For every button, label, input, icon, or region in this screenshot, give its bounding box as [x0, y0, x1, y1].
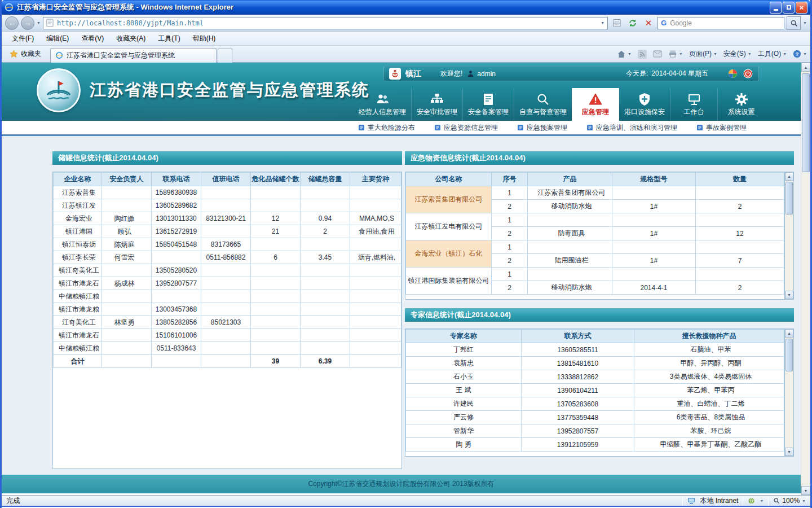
page-scrollbar[interactable]: ▲ ▼ [801, 63, 810, 495]
search-button[interactable] [787, 16, 801, 30]
tools-menu-label: 工具(O) [758, 49, 781, 59]
menu-view[interactable]: 查看(V) [76, 32, 109, 45]
table-row[interactable]: 镇江李长荣何雪宏0511-85688263.45沥青,燃料油, [54, 251, 401, 264]
refresh-button[interactable] [626, 16, 639, 30]
minimize-button[interactable] [770, 2, 782, 14]
tools-menu-button[interactable]: 工具(O) ▼ [758, 49, 787, 59]
scroll-thumb[interactable] [785, 182, 793, 214]
nav-system-settings[interactable]: 系统设置 [717, 88, 765, 121]
nav-emergency-management[interactable]: 应急管理 [572, 88, 619, 121]
safety-menu-button[interactable]: 安全(S) ▼ [723, 49, 752, 59]
page-menu-label: 页面(P) [689, 49, 712, 59]
table-row[interactable]: 镇江港国顾弘13615272919212食用油,食用 [54, 225, 401, 238]
table-row[interactable]: 镇江奇美化工13505280520 [54, 264, 401, 277]
scroll-thumb[interactable] [802, 73, 810, 172]
home-button[interactable]: ▼ [617, 50, 632, 59]
table-row[interactable]: 镇江恒泰沥陈炳庭1585045154883173665 [54, 238, 401, 251]
mode-caret-icon[interactable]: ▼ [760, 499, 764, 503]
address-dropdown-caret-icon[interactable]: ▼ [601, 21, 604, 25]
table-row[interactable]: 江苏镇江发13605289682 [54, 199, 401, 212]
table-row[interactable]: 王 斌13906104211苯乙烯、甲苯丙 [406, 384, 784, 397]
feeds-button[interactable] [638, 50, 647, 59]
menu-help[interactable]: 帮助(H) [187, 32, 222, 45]
table-row[interactable]: 江苏索普集团有限公司1江苏索普集团有限公司 [406, 186, 784, 200]
scroll-down-icon[interactable]: ▼ [785, 291, 793, 299]
table-cell: 移动消防水炮 [528, 200, 612, 213]
nav-port-security[interactable]: 港口设施保安 [619, 88, 670, 121]
table-row[interactable]: 管新华13952807557苯胺、环己烷 [406, 424, 784, 438]
table-cell: 甲醇、异丙醇、丙酮 [634, 357, 784, 370]
nav-self-inspection[interactable]: 自查与督查管理 [514, 88, 572, 121]
address-field[interactable]: http://localhost:8080/yjpt/Main.html ▼ [43, 17, 608, 29]
mail-button[interactable] [653, 50, 662, 58]
submenu-emergency-plans[interactable]: 应急预案管理 [517, 123, 567, 133]
help-button[interactable]: ? ▼ [793, 50, 807, 58]
scroll-down-icon[interactable]: ▼ [785, 448, 793, 456]
nav-operator-info[interactable]: 经营人信息管理 [354, 88, 411, 121]
experts-scrollbar[interactable]: ▲ ▼ [784, 329, 793, 456]
submenu-accident-cases[interactable]: 事故案例管理 [696, 123, 747, 133]
table-cell: 13338812862 [522, 370, 634, 384]
table-row[interactable]: 江苏索普集15896380938 [54, 186, 401, 199]
table-row[interactable]: 严云修137753594486类毒害品、8类腐蚀品 [406, 411, 784, 424]
table-cell [251, 199, 301, 212]
favorites-button[interactable]: 收藏夹 [5, 47, 46, 60]
table-row[interactable]: 镇江市港龙粮13003457368 [54, 303, 401, 316]
scroll-up-icon[interactable]: ▲ [801, 63, 810, 72]
table-cell: 江苏索普集团有限公司 [528, 186, 612, 200]
zoom-control[interactable]: 100% ▼ [773, 497, 806, 505]
supplies-scrollbar[interactable]: ▲ ▼ [784, 172, 793, 299]
table-row[interactable]: 陶 勇13912105959甲缩醛、甲基异丁基酮、乙酸乙酯 [406, 438, 784, 452]
table-row[interactable]: 中储粮镇江粮0511-833643 [54, 342, 401, 355]
back-button[interactable]: ← [5, 16, 19, 30]
table-row[interactable]: 袁新忠13815481610甲醇、异丙醇、丙酮 [406, 357, 784, 370]
table-row[interactable]: 中储粮镇江粮 [54, 290, 401, 303]
restore-button[interactable] [783, 2, 795, 14]
scroll-up-icon[interactable]: ▲ [785, 329, 793, 338]
forward-button[interactable]: → [21, 16, 34, 30]
table-row[interactable]: 江苏镇江发电有限公司1 [406, 213, 784, 227]
submenu-hazard-distribution[interactable]: 重大危险源分布 [358, 123, 415, 133]
history-caret-icon[interactable]: ▼ [37, 21, 41, 25]
submenu-training-drills[interactable]: 应急培训、演练和演习管理 [586, 123, 677, 133]
menu-favorites[interactable]: 收藏夹(A) [111, 32, 151, 45]
close-button[interactable]: × [796, 2, 807, 14]
page-menu-button[interactable]: 页面(P) ▼ [689, 49, 717, 59]
table-row[interactable]: 镇江港国际集装箱有限公司1 [406, 268, 784, 281]
menu-tools[interactable]: 工具(T) [152, 32, 186, 45]
print-button[interactable]: ▼ [668, 50, 683, 58]
submenu-emergency-resources[interactable]: 应急资源信息管理 [434, 123, 498, 133]
menu-edit[interactable]: 编辑(E) [41, 32, 74, 45]
search-box[interactable]: G Google [657, 17, 784, 29]
table-row[interactable]: 镇江市港龙石杨成林13952807577 [54, 277, 401, 290]
scroll-thumb[interactable] [785, 339, 793, 371]
nav-safety-record[interactable]: 安全备案管理 [462, 88, 514, 121]
table-cell [301, 329, 350, 342]
scroll-up-icon[interactable]: ▲ [785, 172, 793, 181]
table-cell [201, 199, 251, 212]
table-row[interactable]: 江奇美化工林坚勇1380528285685021303 [54, 316, 401, 329]
table-row[interactable]: 石小玉133388128623类易燃液体、4类易燃固体 [406, 370, 784, 384]
logout-icon[interactable] [743, 68, 753, 79]
table-row[interactable]: 金海宏业（镇江）石化1 [406, 240, 784, 254]
stop-button[interactable]: ✕ [642, 16, 655, 30]
compatibility-view-button[interactable] [610, 16, 624, 30]
table-row[interactable]: 许建民13705283608重油、白蜡油、丁二烯 [406, 397, 784, 411]
nav-safety-approval[interactable]: 安全审批管理 [411, 88, 462, 121]
nav-workbench[interactable]: 工作台 [670, 88, 717, 121]
scroll-down-icon[interactable]: ▼ [801, 486, 810, 495]
menu-file[interactable]: 文件(F) [6, 32, 39, 45]
browser-viewport: 江苏省港口安全监管与应急管理系统 镇江 欢迎您! admin [2, 63, 810, 495]
tab-active[interactable]: 江苏省港口安全监管与应急管理系统 [50, 48, 217, 63]
tab-new-stub[interactable] [218, 48, 232, 63]
table-row[interactable]: 金海宏业陶红皦1301301133083121300-21120.94MMA,M… [54, 212, 401, 225]
table-row[interactable]: 丁邦红13605285511石脑油、甲苯 [406, 343, 784, 357]
search-options-caret-icon[interactable]: ▼ [803, 21, 807, 25]
home-caret-icon: ▼ [628, 52, 632, 56]
page-mode-icon[interactable] [748, 497, 755, 505]
experts-panel: 专家信息统计(截止2014.04.04) 专家名称联系方式擅长救援物种产品 丁邦… [405, 308, 794, 457]
table-cell [102, 329, 152, 342]
experts-table: 专家名称联系方式擅长救援物种产品 丁邦红13605285511石脑油、甲苯袁新忠… [405, 329, 784, 452]
table-row[interactable]: 镇江市港龙石15106101006 [54, 329, 401, 342]
theme-icon[interactable] [727, 68, 738, 79]
